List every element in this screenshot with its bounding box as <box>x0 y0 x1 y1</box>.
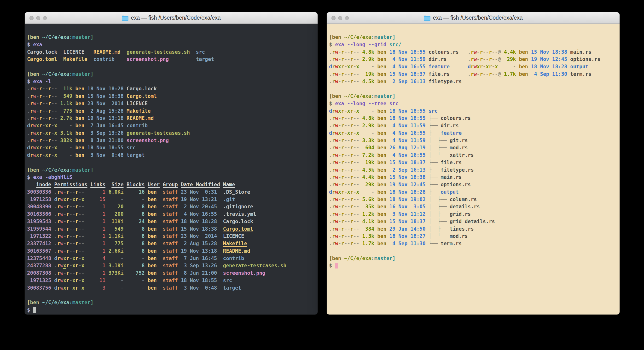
titlebar-left[interactable]: exa — fish /Users/ben/Code/exa/exa <box>25 12 318 24</box>
text-run: 19 Nov 12:45 <box>531 56 570 62</box>
text-run: r <box>57 189 60 195</box>
close-button[interactable] <box>30 16 34 20</box>
text-run: - <box>492 64 495 70</box>
text-run: feature <box>440 130 462 136</box>
text-run <box>447 56 468 62</box>
text-run: [ben <box>27 34 42 40</box>
text-run <box>51 182 54 188</box>
terminal-screen-right[interactable]: [ben ~/C/e/exa:master]$ exa --long --gri… <box>327 24 620 314</box>
text-run: r <box>75 189 78 195</box>
text-run: filetype.rs <box>428 79 462 84</box>
text-run: staff <box>163 263 181 268</box>
text-run: r <box>57 256 60 261</box>
text-run: w <box>335 196 338 202</box>
text-run: staff <box>163 270 181 276</box>
cursor-block <box>335 263 338 268</box>
text-run: 3.1k <box>57 130 75 136</box>
text-run: - <box>51 130 54 136</box>
text-run: r <box>350 196 353 202</box>
terminal-line: drwxr-xr-x - ben 4 Nov 16:55 ├── feature <box>329 130 620 137</box>
text-run: staff <box>163 219 181 224</box>
text-run: - <box>36 138 39 143</box>
text-run: r <box>341 115 344 121</box>
zoom-button[interactable] <box>43 16 47 20</box>
text-run: ~/C/e/exa <box>344 93 371 99</box>
text-run: ben <box>519 49 531 55</box>
text-run: [ben <box>27 167 42 173</box>
text-run: - <box>63 226 66 232</box>
text-run: 373Ki <box>108 270 126 276</box>
text-run: r <box>30 108 33 114</box>
text-run: x <box>347 64 350 70</box>
text-run: 11Ki <box>108 219 126 224</box>
text-run: r <box>350 79 353 84</box>
text-run: w <box>335 211 338 217</box>
text-run: r <box>332 130 335 136</box>
text-run: -- <box>78 241 84 246</box>
text-run: -- <box>353 219 359 224</box>
terminal-line: .rw-r--r-- 4.8k ben 18 Nov 18:55 ├── col… <box>329 114 620 122</box>
text-run: x <box>45 123 48 128</box>
text-run: xattr.rs <box>450 152 474 158</box>
text-run: r <box>332 189 335 195</box>
text-run: LICENCE <box>223 233 244 239</box>
text-run: -- <box>42 108 48 114</box>
text-run: w <box>335 56 338 62</box>
text-run: $ <box>27 79 33 84</box>
text-run: User <box>148 182 160 188</box>
minimize-button[interactable] <box>36 16 40 20</box>
text-run: r <box>341 204 344 210</box>
text-run: r <box>341 233 344 239</box>
text-run: 15 Nov 18:37 <box>390 160 429 166</box>
minimize-button[interactable] <box>338 16 342 20</box>
text-run: r <box>66 285 70 291</box>
terminal-line: drwxr-xr-x - ben 7 Jun 16:45 contrib <box>27 122 318 130</box>
text-run: 8 <box>126 241 148 246</box>
text-run: w <box>335 241 338 246</box>
text-run: 15 Nov 18:38 <box>531 49 570 55</box>
text-run: :master] <box>69 71 94 77</box>
text-run: w <box>335 233 338 239</box>
text-run: ~/C/e/exa <box>42 300 69 306</box>
text-run: ben <box>148 219 163 224</box>
titlebar-right[interactable]: exa — fish /Users/ben/Code/exa/exa <box>327 12 620 24</box>
text-run: r <box>75 285 78 291</box>
text-run: r <box>350 152 353 158</box>
text-run: 1971325 <box>27 278 54 283</box>
text-run: -- <box>69 248 75 254</box>
terminal-screen-left[interactable]: [ben ~/C/e/exa:master]$ exaCargo.lock LI… <box>25 24 318 314</box>
text-run: :master] <box>69 34 94 40</box>
text-run: r <box>350 108 353 114</box>
text-run: - <box>338 241 341 246</box>
text-run: term.rs <box>440 241 462 246</box>
text-run: r <box>57 196 60 202</box>
text-run: ~/C/e/exa <box>42 34 69 40</box>
text-run: 3 Sep 13:26 <box>181 263 223 268</box>
folder-icon <box>122 15 129 21</box>
text-run: - <box>51 152 54 158</box>
text-run: -- <box>344 71 350 77</box>
text-run: . <box>54 189 57 195</box>
text-run: - <box>63 233 66 239</box>
text-run: Size <box>112 182 124 188</box>
terminal-line: $ <box>329 262 620 270</box>
text-run: Cargo.lock <box>126 86 157 92</box>
text-run: ben <box>75 115 87 121</box>
zoom-button[interactable] <box>345 16 349 20</box>
text-run: -- <box>69 189 75 195</box>
text-run: r <box>489 64 492 70</box>
text-run: @ <box>498 71 501 77</box>
text-run: ben <box>519 56 531 62</box>
text-run: . <box>27 93 30 99</box>
window-title: exa — fish /Users/ben/Code/exa/exa <box>131 14 221 21</box>
text-run: w <box>60 241 63 246</box>
text-run: target <box>223 285 241 291</box>
text-run: -- <box>492 71 498 77</box>
text-run: $ <box>329 263 335 268</box>
text-run: 24 <box>126 219 148 224</box>
text-run: -- <box>78 248 84 254</box>
text-run: src <box>428 108 438 114</box>
text-run: r <box>75 211 78 217</box>
text-run: 19k <box>359 160 377 166</box>
close-button[interactable] <box>332 16 336 20</box>
